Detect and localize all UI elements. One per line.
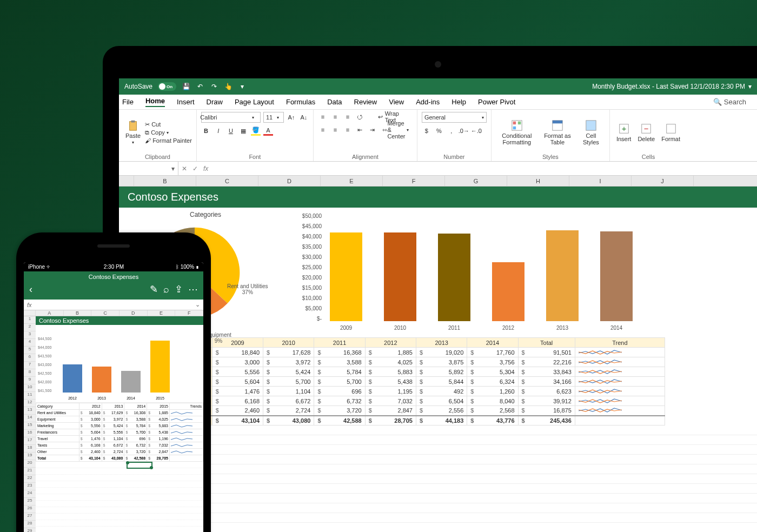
table-row[interactable]: Taxes$6,168$6,672$6,732$7,032 [36,442,203,449]
table-row[interactable]: Other$2,460$2,724$3,720$2,847 [36,449,203,455]
tab-help[interactable]: Help [451,98,466,106]
table-row[interactable]: Marketing$5,556$5,424$5,784$5,883 [36,423,203,429]
column-header[interactable]: I [569,176,632,186]
row-number[interactable]: 26 [24,506,36,513]
insert-cells-button[interactable]: +Insert [614,122,634,143]
align-left-icon[interactable]: ≡ [318,125,328,135]
table-header[interactable]: 2012 [79,403,102,410]
percent-icon[interactable]: % [434,126,444,136]
select-all-corner[interactable] [119,176,134,186]
name-box[interactable]: ▾ [119,162,178,175]
table-header[interactable]: 2011 [314,338,365,348]
column-header[interactable]: A [36,310,64,316]
row-number[interactable]: 27 [24,513,36,521]
border-button[interactable]: ▦ [238,126,248,136]
bold-button[interactable]: B [201,126,211,136]
comma-icon[interactable]: , [447,126,456,136]
accept-formula-icon[interactable]: ✓ [192,165,198,172]
copy-button[interactable]: ⧉Copy▾ [145,129,192,136]
bar-chart[interactable]: 200920102011201220132014 $50,000$45,000$… [292,208,757,337]
row-number[interactable]: 3 [24,331,36,339]
column-header[interactable]: B [64,310,92,316]
table-header[interactable]: 2014 [124,403,147,410]
row-number[interactable]: 6 [24,354,36,362]
save-icon[interactable]: 💾 [182,82,190,91]
table-header[interactable]: 2012 [365,338,416,348]
row-number[interactable]: 15 [24,422,36,430]
mobile-formula-bar[interactable]: fx ⌄ [24,300,203,310]
align-middle-icon[interactable]: ≡ [330,112,340,122]
column-header[interactable]: J [632,176,694,186]
tab-add-ins[interactable]: Add-ins [416,98,440,106]
undo-icon[interactable]: ↶ [196,82,204,91]
table-header[interactable]: Category [36,403,79,410]
row-number[interactable]: 18 [24,445,36,453]
draw-icon[interactable]: ✎ [150,283,158,295]
autosave-toggle[interactable]: On [158,82,176,91]
table-header[interactable]: 2013 [416,338,467,348]
row-number[interactable]: 14 [24,415,36,422]
row-number[interactable]: 25 [24,498,36,506]
tab-home[interactable]: Home [145,97,165,107]
row-number[interactable]: 7 [24,362,36,369]
paste-button[interactable]: Paste ▾ [123,118,143,146]
merge-center-button[interactable]: ⇿Merge & Center▾ [380,125,413,135]
row-number[interactable]: 23 [24,483,36,490]
orientation-icon[interactable]: ⭯ [355,112,365,122]
tab-formulas[interactable]: Formulas [286,98,315,106]
tab-review[interactable]: Review [354,98,377,106]
align-top-icon[interactable]: ≡ [318,112,328,122]
row-number[interactable]: 1 [24,316,36,324]
tab-view[interactable]: View [389,98,404,106]
column-header[interactable]: C [196,176,258,186]
tab-file[interactable]: File [122,98,134,106]
number-format-select[interactable]: General▾ [422,112,487,123]
format-as-table-button[interactable]: Format as Table [540,118,575,147]
table-row[interactable]: Equipment$3,000$3,972$3,588$4,025 [36,416,203,423]
chevron-down-icon[interactable]: ⌄ [195,301,200,308]
empty-grid[interactable] [36,462,203,527]
column-header[interactable]: E [148,310,176,316]
table-header[interactable]: Total [518,338,575,348]
grow-font-icon[interactable]: A↑ [287,112,296,122]
cancel-formula-icon[interactable]: ✕ [182,165,187,172]
mobile-expense-table[interactable]: Category2012201320142015TrendsRent and U… [36,403,203,462]
fill-color-button[interactable]: 🪣 [251,126,261,136]
row-number[interactable]: 10 [24,384,36,392]
column-header[interactable]: D [258,176,321,186]
table-row[interactable]: Rent and Utilities$18,840$17,629$16,308$… [36,410,203,416]
column-header[interactable]: H [507,176,569,186]
increase-decimal-icon[interactable]: .0→ [459,126,469,136]
table-row[interactable]: Freelancers$5,604$5,556$5,700$5,438 [36,429,203,436]
row-number[interactable]: 12 [24,400,36,407]
table-total-row[interactable]: Total$43,104$43,080$42,588$28,705 [36,455,203,462]
search-icon[interactable]: ⌕ [163,284,169,295]
row-number[interactable]: 28 [24,521,36,528]
empty-grid-rows[interactable] [119,425,757,523]
row-number[interactable]: 19 [24,453,36,460]
tab-insert[interactable]: Insert [177,98,195,106]
format-cells-button[interactable]: Format [659,122,682,143]
row-number[interactable]: 8 [24,369,36,377]
fx-icon[interactable]: fx [203,165,208,172]
tab-data[interactable]: Data [327,98,342,106]
row-number[interactable]: 11 [24,392,36,400]
row-number[interactable]: 13 [24,407,36,415]
row-number[interactable]: 4 [24,339,36,347]
row-number[interactable]: 29 [24,528,36,532]
column-header[interactable]: E [321,176,383,186]
font-color-button[interactable]: A [263,126,273,136]
row-number[interactable]: 5 [24,347,36,354]
row-number[interactable]: 9 [24,377,36,384]
row-number[interactable]: 24 [24,490,36,498]
redo-icon[interactable]: ↷ [210,82,218,91]
table-header[interactable]: Trend [575,338,665,348]
row-number[interactable]: 22 [24,475,36,483]
italic-button[interactable]: I [214,126,223,136]
row-number[interactable]: 20 [24,460,36,468]
table-header[interactable]: Trends [169,403,203,410]
font-size-select[interactable]: 11▾ [263,112,284,123]
font-name-select[interactable]: Calibri▾ [201,112,261,123]
column-header[interactable]: F [383,176,445,186]
table-header[interactable]: 2010 [263,338,314,348]
